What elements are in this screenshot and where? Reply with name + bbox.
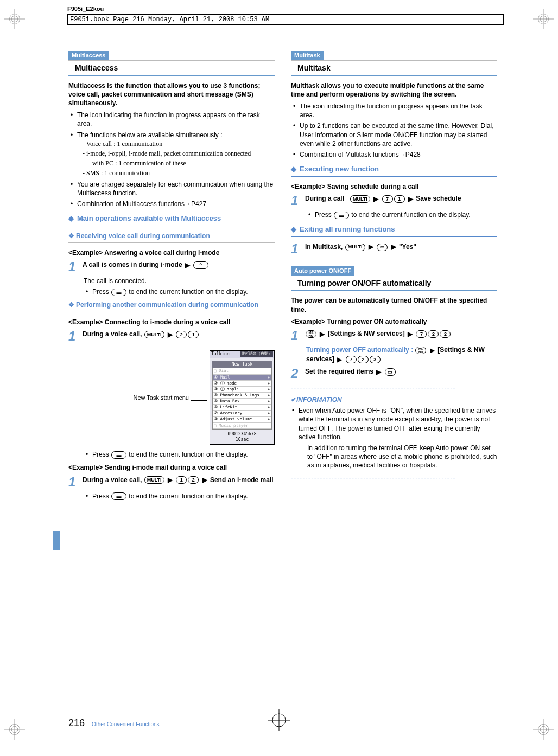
- rule: [291, 75, 497, 76]
- registration-mark-icon: [4, 719, 25, 740]
- screenshot-block: New Task start menu Talking 消耗語音（自動） New…: [68, 350, 275, 445]
- menu-item: ④ Phonebook & Logs▸: [213, 393, 271, 399]
- multi-key-icon: MULTI: [144, 476, 164, 484]
- sub-item: - Voice call : 1 communication: [83, 139, 275, 148]
- bullet-item: You are charged separately for each comm…: [68, 180, 275, 197]
- step-body: During a call MULTI ▶ 71 ▶ Save schedule: [305, 194, 497, 207]
- screenshot-label: New Task start menu: [133, 394, 189, 402]
- section-tag-autopower: Auto power ON/OFF: [291, 266, 354, 276]
- dash-rule: - - - - - - - - - - - - - - - - - - - - …: [291, 383, 497, 392]
- phone-title: Talking: [211, 351, 230, 357]
- registration-mark-icon: [533, 719, 554, 740]
- step-body: In Multitask, MULTI ▶ ▭ ▶ "Yes": [305, 242, 497, 255]
- step-text-tail: Send an i-mode mail: [210, 476, 274, 484]
- multi-key-icon: MULTI: [350, 195, 370, 203]
- end-key-icon: ▬: [111, 289, 126, 296]
- step-1c: 1 During a voice call, MULTI ▶ 12 ▶ Send…: [68, 476, 275, 489]
- step-number: 1: [68, 476, 79, 489]
- section-title-multiaccess: Multiaccess: [68, 61, 275, 75]
- subheading-performing: Performing another communication during …: [68, 300, 275, 309]
- step-1: 1 A call is comes in during i-mode ▶ ⌃: [68, 260, 275, 273]
- step-number: 1: [68, 260, 79, 273]
- bullet-item: The functions below are available simult…: [68, 131, 275, 178]
- key-2-icon: 2: [440, 330, 451, 338]
- rule: [68, 226, 275, 226]
- key-2-icon: 2: [358, 356, 369, 363]
- bullet-item: Combination of Multiaccess functions→P42…: [68, 200, 275, 208]
- phone-title-row: Talking 消耗語音（自動）: [210, 351, 274, 358]
- step-text: Set the required items: [305, 368, 373, 375]
- key-2-icon: 2: [176, 331, 187, 338]
- key-7-icon: 7: [382, 195, 393, 203]
- step-number: 1: [68, 330, 79, 343]
- information-body: Even when Auto power OFF is "ON", when t…: [291, 406, 497, 470]
- page-number: 216: [68, 717, 85, 728]
- rule: [68, 75, 275, 76]
- subheading-receiving: Receiving voice call during communicatio…: [68, 232, 275, 240]
- step-bullet: Press ▬ to end the current function on t…: [84, 287, 275, 296]
- step-text: A call is comes in during i-mode: [83, 261, 182, 268]
- step-text: [Settings & NW services]: [328, 330, 405, 337]
- step-text: In Multitask,: [305, 243, 343, 251]
- step-bullet: Press ▬ to end the current function on t…: [84, 492, 275, 501]
- key-3-icon: 3: [370, 356, 381, 363]
- sub-item: with PC : 1 communication of these: [83, 159, 275, 168]
- phone-badge: 消耗語音（自動）: [240, 351, 273, 357]
- section-tag-multiaccess: Multiaccess: [68, 51, 109, 60]
- bullet-list: The icon indicating the function in prog…: [291, 102, 497, 159]
- call-key-icon: ⌃: [193, 261, 208, 269]
- phone-bottom: 09012345678 10sec: [210, 431, 274, 445]
- section-title-multitask: Multitask: [291, 61, 497, 75]
- multi-key-icon: MULTI: [345, 244, 365, 251]
- step-bullets: Press ▬ to end the current function on t…: [68, 450, 275, 459]
- phone-number: 09012345678: [210, 432, 274, 438]
- step-sub: Turning power OFF automatically : MENU ▶…: [291, 345, 497, 364]
- menu-key-icon: MENU: [306, 330, 316, 338]
- rule: [291, 176, 497, 177]
- book-key-icon: ▭: [385, 368, 396, 376]
- step-number: 1: [291, 194, 302, 207]
- menu-key-icon: MENU: [415, 347, 426, 354]
- example-label: <Example> Connecting to i-mode during a …: [68, 318, 275, 326]
- key-2-icon: 2: [188, 476, 199, 484]
- key-7-icon: 7: [346, 356, 357, 363]
- bullet-text: The functions below are available simult…: [77, 131, 222, 139]
- step-ap2: 2 Set the required items ▶ ▭: [291, 367, 497, 380]
- key-2-icon: 2: [428, 330, 439, 338]
- crosshair-icon: [268, 709, 290, 731]
- bullet-item: The icon indicating the function in prog…: [68, 111, 275, 128]
- footer: 216 Other Convenient Functions: [68, 717, 160, 729]
- key-1-icon: 1: [188, 331, 199, 338]
- bullet-item: The icon indicating the function in prog…: [291, 102, 497, 119]
- step-number: 2: [291, 367, 302, 380]
- subheading-exiting: Exiting all running functions: [291, 225, 497, 234]
- info-inner: In addition to turning the terminal OFF,…: [299, 444, 497, 470]
- triangle-icon: ▶: [376, 368, 381, 376]
- example-label: <Example> Saving schedule during a call: [291, 182, 497, 191]
- triangle-icon: ▶: [408, 195, 413, 203]
- content-area: Multiaccess Multiaccess Multiaccess is t…: [68, 51, 497, 505]
- step-bullets: Press ▬ to end the current function on t…: [68, 287, 275, 296]
- registration-mark-icon: [533, 9, 554, 29]
- intro-autopower: The power can be automatically turned ON…: [291, 296, 497, 313]
- intro-multiaccess: Multiaccess is the function that allows …: [68, 81, 275, 108]
- intro-multitask: Multitask allows you to execute multiple…: [291, 81, 497, 99]
- example-label: <Example> Answering a voice call during …: [68, 248, 275, 257]
- phone-screen: Talking 消耗語音（自動） New Task □ Dial ① Mail▸…: [210, 350, 275, 445]
- dash-rule: - - - - - - - - - - - - - - - - - - - - …: [291, 473, 497, 482]
- step-continuation: The call is connected.: [68, 277, 275, 285]
- triangle-icon: ▶: [369, 242, 373, 251]
- triangle-icon: ▶: [168, 476, 173, 484]
- page: F905i_E2kou F905i.book Page 216 Monday, …: [0, 0, 558, 756]
- step-r1: 1 During a call MULTI ▶ 71 ▶ Save schedu…: [291, 194, 497, 207]
- step-number: 1: [291, 242, 302, 255]
- chevron-right-icon: ▸: [268, 399, 270, 404]
- menu-item: ⑧ Adjust volume▸: [213, 417, 271, 422]
- step-bullet: Press ▬ to end the current function on t…: [84, 450, 275, 459]
- step-body: A call is comes in during i-mode ▶ ⌃: [83, 260, 275, 273]
- end-key-icon: ▬: [111, 492, 126, 500]
- step-text: During a voice call,: [83, 476, 142, 484]
- key-7-icon: 7: [416, 330, 427, 338]
- chevron-right-icon: ▸: [268, 393, 270, 398]
- menu-item: □ Music player: [213, 423, 271, 429]
